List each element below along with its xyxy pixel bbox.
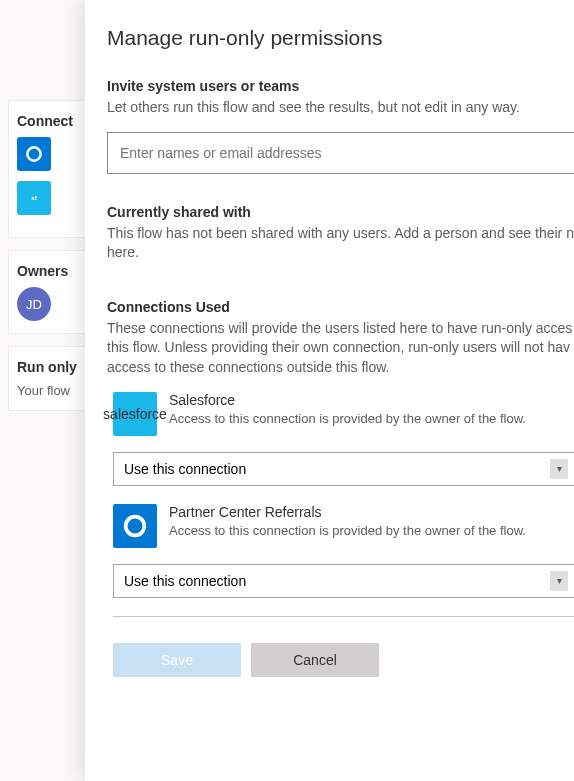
owner-avatar: JD (17, 287, 51, 321)
circle-icon (24, 144, 44, 164)
bg-runonly-card: Run only Your flow (8, 346, 92, 411)
connections-heading: Connections Used (107, 299, 574, 315)
invite-input[interactable] (107, 132, 574, 174)
connection-sub: Access to this connection is provided by… (169, 522, 566, 540)
panel-title: Manage run-only permissions (107, 26, 574, 50)
svg-point-0 (27, 147, 40, 160)
cancel-button[interactable]: Cancel (251, 643, 379, 677)
save-button[interactable]: Save (113, 643, 241, 677)
bg-owners-label: Owners (17, 263, 83, 279)
shared-heading: Currently shared with (107, 204, 574, 220)
circle-icon (121, 512, 149, 540)
connection-name: Partner Center Referrals (169, 504, 566, 520)
permissions-panel: Manage run-only permissions Invite syste… (85, 0, 574, 781)
shared-desc: This flow has not been shared with any u… (107, 224, 574, 263)
connection-item-salesforce: salesforce Salesforce Access to this con… (113, 392, 574, 436)
connection-item-partner: Partner Center Referrals Access to this … (113, 504, 574, 548)
bg-runonly-label: Run only (17, 359, 83, 375)
bg-runonly-text: Your flow (17, 383, 83, 398)
invite-desc: Let others run this flow and see the res… (107, 98, 574, 118)
connection-name: Salesforce (169, 392, 566, 408)
bg-owners-card: Owners JD (8, 250, 92, 334)
partner-center-icon (113, 504, 157, 548)
svg-point-1 (126, 516, 145, 535)
invite-heading: Invite system users or teams (107, 78, 574, 94)
connection-sub: Access to this connection is provided by… (169, 410, 566, 428)
footer-buttons: Save Cancel (113, 643, 574, 677)
salesforce-connection-select[interactable]: Use this connection (113, 452, 574, 486)
divider (113, 616, 574, 617)
bg-connect-label: Connect (17, 113, 83, 129)
bg-connections-card: Connect sf (8, 100, 92, 238)
partner-icon (17, 137, 51, 171)
salesforce-bg-icon: sf (17, 181, 51, 215)
connections-desc: These connections will provide the users… (107, 319, 574, 378)
partner-connection-select[interactable]: Use this connection (113, 564, 574, 598)
salesforce-icon: salesforce (113, 392, 157, 436)
